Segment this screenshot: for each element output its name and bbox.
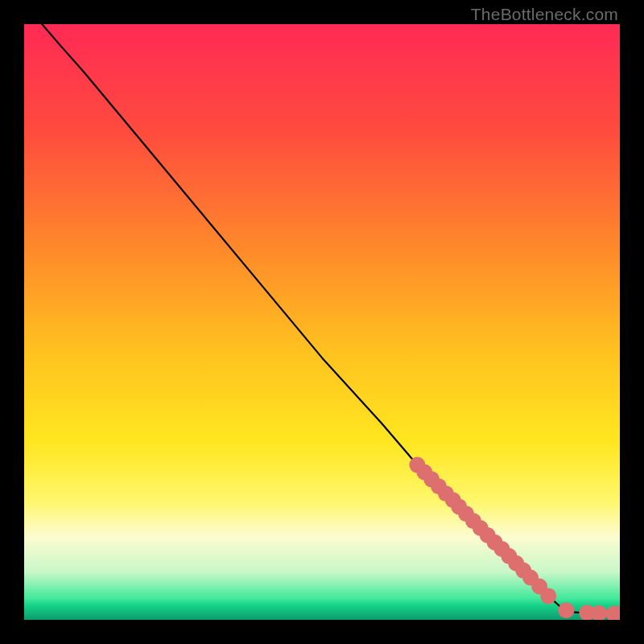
chart-svg	[24, 24, 620, 620]
plot-area	[24, 24, 620, 620]
data-marker	[540, 588, 556, 604]
gradient-background	[24, 24, 620, 620]
attribution-text: TheBottleneck.com	[471, 5, 618, 24]
data-marker	[558, 602, 574, 618]
chart-frame: TheBottleneck.com	[0, 0, 644, 644]
